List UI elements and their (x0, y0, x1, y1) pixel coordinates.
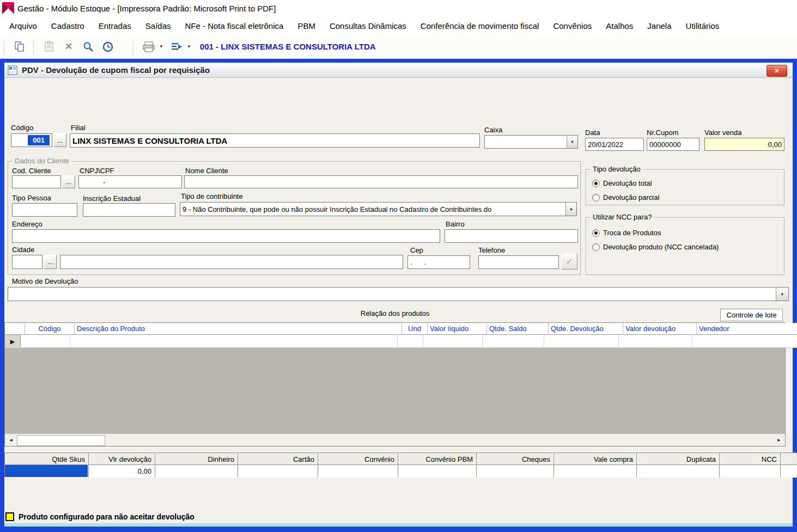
summary-header-cartao: Cartão (238, 452, 318, 466)
grid-header-descricao[interactable]: Descrição do Produto (75, 323, 402, 335)
menu-cadastro[interactable]: Cadastro (44, 19, 92, 33)
search-button[interactable] (78, 38, 98, 56)
grid-cell-und[interactable] (398, 335, 423, 348)
filial-field[interactable]: LINX SISTEMAS E CONSULTORIA LTDA (70, 133, 480, 148)
grid-header-valor-devolucao[interactable]: Valor devolução (623, 323, 697, 335)
summary-header-duplicata: Duplicata (636, 452, 719, 466)
paste-button[interactable] (39, 38, 59, 56)
summary-header-troco-cheque: Troco cheque (780, 452, 797, 466)
controle-lote-button[interactable]: Controle de lote (720, 309, 783, 321)
print-button[interactable] (139, 38, 159, 56)
summary-value-troco-cheque (780, 464, 797, 478)
tipo-pessoa-label: Tipo Pessoa (12, 194, 51, 202)
cidade-browse-button[interactable]: ... (44, 255, 57, 269)
menu-saidas[interactable]: Saídas (138, 19, 178, 33)
filial-label: Filial (71, 124, 86, 132)
summary-value-row: 0,00 (4, 464, 789, 478)
devolucao-produto-ncc-radio[interactable] (592, 243, 600, 251)
tipo-contribuinte-dropdown-button[interactable]: ▼ (565, 203, 576, 216)
cnpj-cpf-field[interactable]: - (78, 175, 182, 188)
troca-produtos-label[interactable]: Troca de Produtos (603, 229, 661, 237)
chevron-down-icon: ▼ (570, 140, 574, 144)
menu-arquivo[interactable]: Arquivo (2, 19, 44, 33)
data-field[interactable]: 20/01/2022 (585, 138, 644, 151)
delete-button[interactable]: ✕ (59, 38, 78, 56)
menu-entradas[interactable]: Entradas (92, 19, 138, 33)
inscricao-estadual-field[interactable] (83, 203, 175, 217)
tipo-contribuinte-combobox[interactable]: 9 - Não Contribuinte, que pode ou não po… (180, 202, 577, 216)
filial-value: LINX SISTEMAS E CONSULTORIA LTDA (72, 136, 227, 145)
scroll-right-button[interactable]: ► (773, 434, 785, 446)
caixa-dropdown-button[interactable]: ▼ (567, 136, 577, 148)
grid-header-valor-liquido[interactable]: Valor líquido (428, 323, 487, 335)
export-dropdown-arrow[interactable]: ▼ (187, 44, 191, 49)
printer-icon (142, 41, 155, 53)
tipo-pessoa-field[interactable] (12, 203, 77, 217)
grid-cell-codigo[interactable] (21, 335, 70, 348)
grid-cell-valor-liquido[interactable] (423, 335, 483, 348)
app-titlebar[interactable]: Gestão - Módulo Estoque - [Impressora Pa… (0, 0, 797, 16)
grid-cell-qtde-saldo[interactable] (483, 335, 544, 348)
nome-cliente-label: Nome Cliente (185, 167, 228, 175)
menu-utilitarios[interactable]: Utilitários (679, 19, 727, 33)
devolucao-produto-ncc-label[interactable]: Devolução produto (NCC cancelada) (603, 243, 719, 251)
grid-row[interactable]: ▶ (5, 335, 785, 348)
endereco-field[interactable] (12, 229, 440, 243)
grid-header-codigo[interactable]: Código (25, 323, 75, 335)
chevron-down-icon: ▼ (569, 207, 573, 211)
cod-cliente-field[interactable] (12, 175, 61, 188)
caixa-combobox[interactable]: ▼ (484, 135, 578, 149)
menu-janela[interactable]: Janela (640, 19, 678, 33)
troca-produtos-radio[interactable] (592, 229, 600, 237)
devolucao-total-radio[interactable] (592, 180, 600, 187)
summary-header-dinheiro: Dinheiro (155, 452, 238, 466)
export-button[interactable] (167, 38, 186, 56)
confirm-client-button[interactable]: ✓ (561, 254, 577, 270)
bairro-field[interactable] (445, 229, 578, 243)
grid-cell-vendedor[interactable] (692, 335, 797, 348)
grid-cell-qtde-devolucao[interactable] (544, 335, 619, 348)
grid-cell-valor-devolucao[interactable] (619, 335, 692, 348)
menu-pbm[interactable]: PBM (290, 19, 323, 33)
summary-header-ncc: NCC (719, 452, 780, 466)
devolucao-parcial-label[interactable]: Devolução parcial (603, 193, 659, 201)
close-button[interactable]: ✕ (766, 65, 787, 77)
child-window-titlebar[interactable]: PDV - Devolução de cupom fiscal por requ… (4, 63, 793, 78)
menu-atalhos[interactable]: Atalhos (599, 19, 640, 33)
ellipsis-icon: ... (47, 258, 53, 266)
codigo-browse-button[interactable]: ... (53, 133, 66, 147)
scroll-left-button[interactable]: ◄ (5, 434, 17, 446)
company-selector-label[interactable]: 001 - LINX SISTEMAS E CONSULTORIA LTDA (200, 42, 376, 51)
history-button[interactable] (98, 38, 118, 56)
menu-conferencia-fiscal[interactable]: Conferência de movimento fiscal (413, 19, 546, 33)
cod-cliente-browse-button[interactable]: ... (62, 175, 75, 188)
summary-header-cheques: Cheques (476, 452, 553, 466)
codigo-field[interactable]: 001 (11, 133, 52, 147)
cep-field[interactable]: . . (407, 255, 470, 269)
cidade-nome-field[interactable] (60, 255, 403, 269)
grid-cell-descricao[interactable] (70, 335, 398, 348)
menu-nfe[interactable]: NFe - Nota fiscal eletrônica (178, 19, 290, 33)
nr-cupom-label: Nr.Cupom (647, 129, 679, 137)
copy-button[interactable] (10, 38, 29, 56)
grid-header-qtde-devolucao[interactable]: Qtde. Devolução (549, 323, 623, 335)
scrollbar-thumb[interactable] (17, 435, 105, 446)
horizontal-scrollbar[interactable]: ◄ ► (5, 433, 785, 446)
devolucao-parcial-radio[interactable] (592, 194, 600, 201)
grid-header-qtde-saldo[interactable]: Qtde. Saldo (487, 323, 549, 335)
summary-value-qtde-skus[interactable] (4, 464, 88, 478)
printer-dropdown-arrow[interactable]: ▼ (159, 44, 163, 49)
grid-header-und[interactable]: Und (402, 323, 428, 335)
nr-cupom-field[interactable]: 00000000 (647, 138, 699, 151)
motivo-dropdown-button[interactable]: ▼ (776, 288, 788, 301)
cidade-codigo-field[interactable] (12, 255, 42, 269)
app-title: Gestão - Módulo Estoque - [Impressora Pa… (17, 4, 276, 13)
grid-header-vendedor[interactable]: Vendedor (697, 323, 797, 335)
motivo-devolucao-combobox[interactable]: ▼ (8, 287, 789, 301)
nome-cliente-field[interactable] (184, 175, 578, 188)
menu-convenios[interactable]: Convênios (546, 19, 599, 33)
motivo-devolucao-label: Motivo de Devolução (12, 277, 78, 285)
telefone-field[interactable] (478, 255, 559, 269)
devolucao-total-label[interactable]: Devolução total (603, 179, 652, 187)
menu-consultas-dinamicas[interactable]: Consultas Dinâmicas (323, 19, 413, 33)
